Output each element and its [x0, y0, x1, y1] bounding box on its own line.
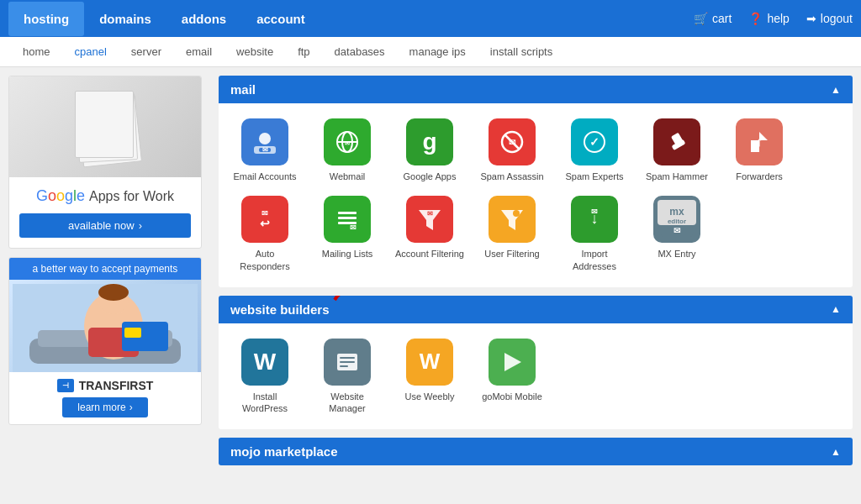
forwarders-icon: ↑ — [736, 118, 783, 165]
email-accounts-item[interactable]: ✉ Email Accounts — [227, 115, 303, 186]
learn-more-button[interactable]: learn more › — [62, 397, 147, 417]
forwarders-item[interactable]: ↑ Forwarders — [721, 115, 797, 186]
paper-sheet-3 — [75, 91, 134, 158]
subnav-manage-ips[interactable]: manage ips — [399, 39, 476, 65]
svg-rect-8 — [124, 328, 141, 338]
help-label: help — [767, 12, 789, 25]
mail-section-body: ✉ Email Accounts ✉ Webmail g — [219, 103, 853, 287]
subnav-server[interactable]: server — [121, 39, 172, 65]
mailing-lists-item[interactable]: ✉ Mailing Lists — [309, 192, 385, 276]
use-weebly-icon: W — [406, 339, 453, 386]
auto-responders-icon: ✉↩ — [241, 196, 288, 243]
mx-entry-icon: mxeditor✉ — [653, 196, 700, 243]
google-apps-card: Google Apps for Work available now › — [8, 76, 202, 249]
nav-domains[interactable]: domains — [84, 2, 166, 36]
svg-point-5 — [98, 284, 129, 301]
sub-navigation: home cpanel server email website ftp dat… — [0, 37, 861, 67]
spam-experts-item[interactable]: ✓ Spam Experts — [557, 115, 632, 186]
content-area: mail ▲ ✉ Email Accounts ✉ Webm — [210, 67, 861, 504]
google-apps-title: Google Apps for Work — [19, 187, 191, 205]
website-builders-header: website builders ▲ — [219, 296, 853, 323]
svg-rect-48 — [340, 365, 348, 367]
person-illustration — [13, 284, 198, 372]
svg-marker-34 — [501, 210, 523, 230]
spam-experts-icon: ✓ — [571, 118, 618, 165]
import-addresses-label: Import Addresses — [560, 248, 629, 272]
mojo-marketplace-collapse-icon[interactable]: ▲ — [831, 446, 841, 458]
nav-addons[interactable]: addons — [166, 2, 241, 36]
nav-hosting[interactable]: hosting — [8, 2, 84, 36]
svg-marker-49 — [504, 353, 521, 371]
subnav-cpanel[interactable]: cpanel — [65, 39, 117, 65]
mojo-marketplace-header: mojo marketplace ▲ — [219, 438, 853, 465]
account-filtering-icon: ✉ — [406, 196, 453, 243]
cart-icon: 🛒 — [694, 12, 708, 25]
spam-hammer-label: Spam Hammer — [646, 171, 708, 182]
svg-rect-29 — [338, 217, 357, 219]
svg-text:✉: ✉ — [345, 140, 350, 146]
svg-text:✉: ✉ — [673, 226, 681, 235]
website-builders-title: website builders — [230, 302, 330, 317]
available-now-label: available now — [68, 219, 135, 232]
gomobi-mobile-item[interactable]: goMobi Mobile — [474, 335, 550, 418]
top-navigation: hosting domains addons account 🛒 cart ❓ … — [0, 0, 861, 37]
paper-stack-decoration — [71, 89, 139, 165]
learn-more-arrow: › — [129, 402, 133, 413]
subnav-databases[interactable]: databases — [325, 39, 395, 65]
help-button[interactable]: ❓ help — [748, 12, 789, 25]
user-filtering-label: User Filtering — [484, 248, 539, 260]
website-builders-collapse-icon[interactable]: ▲ — [831, 303, 841, 315]
mail-collapse-icon[interactable]: ▲ — [831, 84, 841, 96]
import-addresses-item[interactable]: ↓✉ Import Addresses — [557, 192, 632, 276]
person-silhouette — [9, 280, 201, 372]
import-addresses-icon: ↓✉ — [571, 196, 618, 243]
apps-for-work-text: Apps for Work — [89, 189, 174, 203]
subnav-email[interactable]: email — [176, 39, 222, 65]
email-accounts-icon: ✉ — [241, 118, 288, 165]
logout-icon: ➡ — [806, 12, 816, 25]
subnav-install-scripts[interactable]: install scripts — [480, 39, 563, 65]
user-filtering-item[interactable]: User Filtering — [474, 192, 550, 276]
cart-button[interactable]: 🛒 cart — [694, 12, 732, 25]
mailing-lists-label: Mailing Lists — [322, 248, 373, 260]
forwarders-label: Forwarders — [736, 171, 783, 182]
logout-button[interactable]: ➡ logout — [806, 12, 853, 25]
account-filtering-item[interactable]: ✉ Account Filtering — [392, 192, 467, 276]
cart-label: cart — [712, 12, 732, 25]
website-manager-item[interactable]: Website Manager — [309, 335, 385, 418]
webmail-label: Webmail — [330, 171, 366, 182]
website-manager-label: Website Manager — [313, 391, 382, 415]
main-content: Google Apps for Work available now › a b… — [0, 67, 861, 504]
transfirst-header: a better way to accept payments — [9, 258, 201, 280]
use-weebly-item[interactable]: W Use Weebly — [392, 335, 467, 418]
spam-assassin-label: Spam Assassin — [480, 171, 543, 182]
nav-account[interactable]: account — [241, 2, 320, 36]
mx-entry-item[interactable]: mxeditor✉ MX Entry — [639, 192, 715, 276]
subnav-website[interactable]: website — [226, 39, 283, 65]
google-apps-body: Google Apps for Work available now › — [9, 177, 201, 248]
mojo-marketplace-title: mojo marketplace — [230, 444, 338, 459]
svg-text:✉: ✉ — [509, 138, 516, 147]
transfirst-logo: ⊣ TRANSFIRST — [57, 379, 154, 392]
spam-assassin-icon: ✉ — [489, 118, 536, 165]
google-apps-icon: g — [406, 118, 453, 165]
install-wordpress-item[interactable]: W Install WordPress — [227, 335, 303, 418]
auto-responders-item[interactable]: ✉↩ Auto Responders — [227, 192, 303, 276]
help-icon: ❓ — [748, 12, 763, 25]
svg-text:↩: ↩ — [260, 217, 270, 230]
transfirst-name: TRANSFIRST — [79, 379, 154, 392]
spam-hammer-item[interactable]: Spam Hammer — [639, 115, 715, 186]
webmail-item[interactable]: ✉ Webmail — [309, 115, 385, 186]
available-now-button[interactable]: available now › — [19, 213, 191, 238]
google-apps-item[interactable]: g Google Apps — [392, 115, 467, 186]
spam-hammer-icon — [653, 118, 700, 165]
install-wordpress-icon: W — [241, 339, 288, 386]
spam-experts-label: Spam Experts — [565, 171, 623, 182]
svg-text:mx: mx — [669, 206, 684, 218]
spam-assassin-item[interactable]: ✉ Spam Assassin — [474, 115, 550, 186]
svg-rect-46 — [340, 357, 355, 359]
subnav-home[interactable]: home — [13, 39, 61, 65]
google-apps-label: Google Apps — [404, 171, 457, 182]
svg-text:✉: ✉ — [262, 146, 268, 154]
subnav-ftp[interactable]: ftp — [288, 39, 320, 65]
